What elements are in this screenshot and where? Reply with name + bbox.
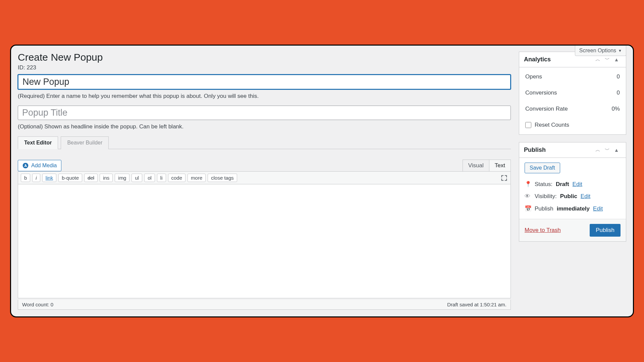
screen-options-label: Screen Options <box>579 48 616 54</box>
panel-move-down-icon[interactable]: ﹀ <box>602 147 612 153</box>
toolbar-img[interactable]: img <box>115 174 129 182</box>
save-status: Draft saved at 1:50:21 am. <box>447 302 506 307</box>
popup-name-input[interactable] <box>18 74 511 89</box>
screen-options-toggle[interactable]: Screen Options ▼ <box>575 46 626 56</box>
panel-move-down-icon[interactable]: ﹀ <box>602 56 612 63</box>
toolbar-link[interactable]: link <box>42 174 57 182</box>
tab-beaver-builder[interactable]: Beaver Builder <box>61 136 109 149</box>
editor-footer: Word count: 0 Draft saved at 1:50:21 am. <box>18 300 511 310</box>
panel-move-up-icon[interactable]: ︿ <box>593 56 602 63</box>
toolbar-ul[interactable]: ul <box>131 174 142 182</box>
media-icon <box>22 162 29 169</box>
toolbar-code[interactable]: code <box>168 174 186 182</box>
toolbar-italic[interactable]: i <box>32 174 40 182</box>
toolbar-ol[interactable]: ol <box>144 174 155 182</box>
fullscreen-icon[interactable] <box>500 174 508 182</box>
toolbar-li[interactable]: li <box>157 174 166 182</box>
toolbar-more[interactable]: more <box>187 174 206 182</box>
name-helper-text: (Required) Enter a name to help you reme… <box>18 93 511 100</box>
reset-counts-checkbox[interactable] <box>525 122 531 128</box>
word-count: Word count: 0 <box>22 302 53 307</box>
analytics-opens-row: Opens 0 <box>519 69 626 85</box>
popup-id: ID: 223 <box>18 64 511 71</box>
admin-window: Screen Options ▼ Create New Popup ID: 22… <box>10 45 634 317</box>
panel-collapse-icon[interactable]: ▲ <box>612 147 621 153</box>
publish-panel: Publish ︿ ﹀ ▲ Save Draft 📍 Status: Draft… <box>519 142 626 242</box>
page-title: Create New Popup <box>18 52 511 63</box>
toolbar-ins[interactable]: ins <box>100 174 113 182</box>
panel-collapse-icon[interactable]: ▲ <box>612 57 621 62</box>
title-helper-text: (Optional) Shown as headline inside the … <box>18 123 511 130</box>
popup-title-input[interactable] <box>18 106 511 120</box>
publish-title: Publish <box>524 146 593 154</box>
tab-visual[interactable]: Visual <box>463 160 489 172</box>
builder-tabs: Text Editor Beaver Builder <box>18 136 511 149</box>
toolbar-bquote[interactable]: b-quote <box>58 174 82 182</box>
toolbar-del[interactable]: del <box>84 174 98 182</box>
visual-text-tabs: Visual Text <box>463 159 511 171</box>
schedule-row: 📅 Publish immediately Edit <box>525 202 621 215</box>
pin-icon: 📍 <box>525 181 531 188</box>
status-row: 📍 Status: Draft Edit <box>525 178 621 190</box>
reset-counts-row[interactable]: Reset Counts <box>519 117 626 133</box>
publish-button[interactable]: Publish <box>590 224 621 237</box>
tab-text-editor[interactable]: Text Editor <box>18 136 58 149</box>
analytics-panel: Analytics ︿ ﹀ ▲ Opens 0 Conversions 0 <box>519 52 626 135</box>
tab-text[interactable]: Text <box>489 160 511 172</box>
toolbar-bold[interactable]: b <box>21 174 30 182</box>
panel-move-up-icon[interactable]: ︿ <box>593 147 602 153</box>
edit-schedule-link[interactable]: Edit <box>593 205 603 212</box>
save-draft-button[interactable]: Save Draft <box>525 163 560 173</box>
analytics-rate-row: Conversion Rate 0% <box>519 101 626 117</box>
toolbar-closetags[interactable]: close tags <box>208 174 237 182</box>
add-media-button[interactable]: Add Media <box>18 160 61 171</box>
move-to-trash-link[interactable]: Move to Trash <box>525 227 561 234</box>
edit-visibility-link[interactable]: Edit <box>581 193 590 200</box>
edit-status-link[interactable]: Edit <box>573 181 582 188</box>
editor-toolbar: b i link b-quote del ins img ul ol li co… <box>18 171 511 184</box>
chevron-down-icon: ▼ <box>618 49 622 53</box>
eye-icon: 👁 <box>525 193 531 200</box>
calendar-icon: 📅 <box>525 205 531 212</box>
content-textarea[interactable] <box>18 184 511 298</box>
analytics-conversions-row: Conversions 0 <box>519 85 626 101</box>
analytics-title: Analytics <box>524 56 593 63</box>
visibility-row: 👁 Visibility: Public Edit <box>525 190 621 202</box>
